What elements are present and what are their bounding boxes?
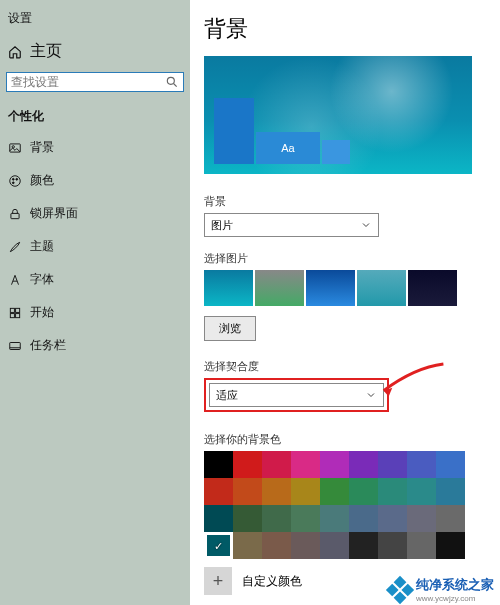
color-swatch[interactable]	[291, 451, 320, 478]
home-label: 主页	[30, 41, 62, 62]
fit-dropdown[interactable]: 适应	[209, 383, 384, 407]
svg-point-6	[12, 181, 14, 183]
color-swatch[interactable]	[262, 532, 291, 559]
color-swatch[interactable]	[291, 478, 320, 505]
taskbar-icon	[8, 339, 22, 353]
color-swatch[interactable]	[204, 532, 233, 559]
color-swatch[interactable]	[436, 478, 465, 505]
thumb-4[interactable]	[357, 270, 406, 306]
svg-point-4	[12, 178, 14, 180]
svg-rect-7	[11, 213, 19, 218]
svg-rect-12	[10, 342, 21, 349]
color-swatch[interactable]	[320, 451, 349, 478]
color-swatch[interactable]	[378, 478, 407, 505]
app-title: 设置	[6, 8, 184, 35]
color-swatch[interactable]	[291, 505, 320, 532]
picture-icon	[8, 141, 22, 155]
sidebar-item-label: 主题	[30, 238, 54, 255]
search-input[interactable]	[11, 75, 165, 89]
fit-highlight: 适应	[204, 378, 389, 412]
color-swatch[interactable]	[349, 451, 378, 478]
thumb-5[interactable]	[408, 270, 457, 306]
color-swatch[interactable]	[262, 505, 291, 532]
color-swatch[interactable]	[407, 478, 436, 505]
browse-button[interactable]: 浏览	[204, 316, 256, 341]
brush-icon	[8, 240, 22, 254]
pick-image-label: 选择图片	[204, 251, 500, 266]
color-swatch[interactable]	[320, 478, 349, 505]
background-type-dropdown[interactable]: 图片	[204, 213, 379, 237]
sidebar-item-label: 背景	[30, 139, 54, 156]
svg-rect-10	[10, 313, 14, 317]
custom-color-button[interactable]: +	[204, 567, 232, 595]
color-swatches	[204, 451, 474, 559]
color-swatch[interactable]	[233, 451, 262, 478]
color-swatch[interactable]	[436, 451, 465, 478]
color-swatch[interactable]	[378, 451, 407, 478]
sidebar-item-picture[interactable]: 背景	[6, 131, 184, 164]
svg-rect-8	[10, 308, 14, 312]
svg-rect-9	[16, 308, 20, 312]
color-swatch[interactable]	[204, 478, 233, 505]
page-title: 背景	[204, 0, 500, 56]
custom-color-label: 自定义颜色	[242, 573, 302, 590]
thumb-2[interactable]	[255, 270, 304, 306]
color-swatch[interactable]	[320, 505, 349, 532]
sidebar-item-label: 开始	[30, 304, 54, 321]
color-swatch[interactable]	[436, 532, 465, 559]
search-input-container[interactable]	[6, 72, 184, 92]
svg-point-3	[10, 175, 21, 186]
color-swatch[interactable]	[204, 451, 233, 478]
color-swatch[interactable]	[349, 532, 378, 559]
color-swatch[interactable]	[233, 532, 262, 559]
lock-icon	[8, 207, 22, 221]
sidebar-item-label: 字体	[30, 271, 54, 288]
fit-value: 适应	[216, 388, 238, 403]
watermark-brand: 纯净系统之家	[416, 577, 494, 592]
chevron-down-icon	[360, 219, 372, 231]
watermark-url: www.ycwjzy.com	[416, 594, 494, 603]
background-type-label: 背景	[204, 194, 500, 209]
sidebar-item-palette[interactable]: 颜色	[6, 164, 184, 197]
svg-point-0	[167, 77, 174, 84]
sidebar-item-label: 任务栏	[30, 337, 66, 354]
bgcolor-label: 选择你的背景色	[204, 432, 500, 447]
annotation-arrow	[375, 358, 447, 410]
color-swatch[interactable]	[407, 505, 436, 532]
sidebar-item-lock[interactable]: 锁屏界面	[6, 197, 184, 230]
color-swatch[interactable]	[262, 478, 291, 505]
color-swatch[interactable]	[378, 532, 407, 559]
color-swatch[interactable]	[204, 505, 233, 532]
thumb-3[interactable]	[306, 270, 355, 306]
home-icon	[8, 45, 22, 59]
home-button[interactable]: 主页	[6, 35, 184, 72]
color-swatch[interactable]	[291, 532, 320, 559]
fit-label: 选择契合度	[204, 359, 500, 374]
preview-tile	[322, 140, 350, 164]
svg-point-5	[16, 178, 18, 180]
color-swatch[interactable]	[378, 505, 407, 532]
preview-sample-text: Aa	[256, 132, 320, 164]
color-swatch[interactable]	[320, 532, 349, 559]
watermark-logo-icon	[386, 575, 414, 603]
sidebar-item-taskbar[interactable]: 任务栏	[6, 329, 184, 362]
preview-start-block	[214, 98, 254, 164]
color-swatch[interactable]	[407, 451, 436, 478]
background-type-value: 图片	[211, 218, 233, 233]
thumb-1[interactable]	[204, 270, 253, 306]
color-swatch[interactable]	[262, 451, 291, 478]
color-swatch[interactable]	[233, 505, 262, 532]
color-swatch[interactable]	[407, 532, 436, 559]
color-swatch[interactable]	[233, 478, 262, 505]
sidebar-item-font[interactable]: 字体	[6, 263, 184, 296]
sidebar-item-grid[interactable]: 开始	[6, 296, 184, 329]
search-icon	[165, 75, 179, 89]
svg-rect-11	[16, 313, 20, 317]
color-swatch[interactable]	[349, 505, 378, 532]
color-swatch[interactable]	[349, 478, 378, 505]
font-icon	[8, 273, 22, 287]
color-swatch[interactable]	[436, 505, 465, 532]
background-preview: Aa	[204, 56, 472, 174]
sidebar-item-label: 锁屏界面	[30, 205, 78, 222]
sidebar-item-brush[interactable]: 主题	[6, 230, 184, 263]
